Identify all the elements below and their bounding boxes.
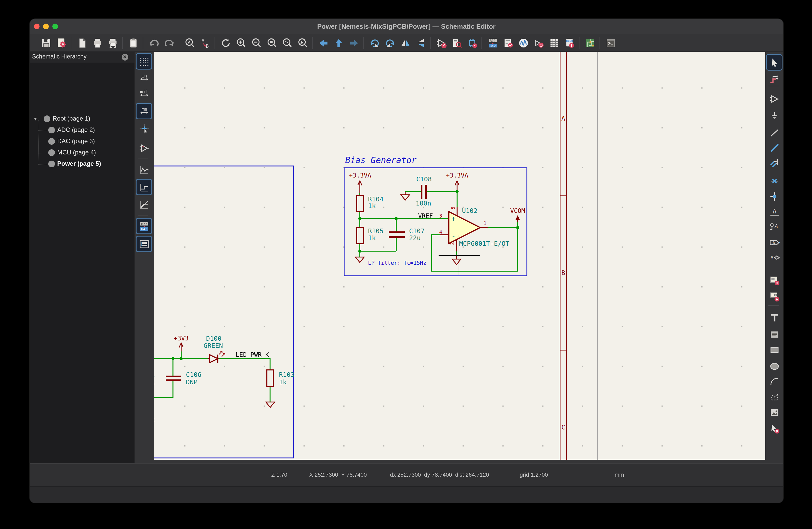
close-icon[interactable]: ✕: [121, 54, 128, 61]
svg-text:C106: C106: [186, 371, 201, 378]
toolbar-separator: [122, 37, 122, 49]
sheet-item-power[interactable]: Power (page 5): [30, 159, 134, 169]
undo-button[interactable]: [146, 36, 161, 50]
draw-arc-button[interactable]: [767, 374, 782, 389]
sheet-item-label: Root (page 1): [53, 115, 90, 122]
svg-text:MCP6001T-E/OT: MCP6001T-E/OT: [459, 240, 509, 247]
schematic-canvas[interactable]: A B C Bias Generator LP filter: fc=15Hz: [154, 52, 766, 460]
pcb-editor-button[interactable]: [582, 36, 598, 50]
svg-text:R??: R??: [489, 39, 495, 42]
svg-text:1k: 1k: [368, 202, 375, 210]
no-connect-button[interactable]: [767, 173, 782, 188]
save-button[interactable]: [38, 36, 54, 50]
bias-generator-title[interactable]: Bias Generator: [345, 155, 416, 165]
nav-up-button[interactable]: [331, 36, 346, 50]
sheet-item-root[interactable]: ▾Root (page 1): [30, 114, 134, 124]
tree-guide-line: [38, 130, 47, 131]
draw-polygon-button[interactable]: [767, 390, 782, 404]
net-label-button[interactable]: A: [767, 205, 782, 220]
sheet-item-dac[interactable]: DAC (page 3): [30, 136, 134, 147]
zoom-fit-button[interactable]: [264, 36, 279, 50]
grid-dots: [154, 52, 766, 460]
mirror-h-button[interactable]: [397, 36, 413, 50]
units-inches-button[interactable]: in: [136, 70, 151, 85]
left-toolbar: inmilmmR??R42: [134, 52, 154, 463]
junction-button[interactable]: [767, 189, 782, 204]
bom-button[interactable]: bom: [562, 36, 577, 50]
status-zoom: Z 1.70: [271, 472, 287, 478]
plot-button[interactable]: [105, 36, 120, 50]
status-grid: grid 1.2700: [520, 472, 548, 478]
titlebar: Power [Nemesis-MixSigPCB/Power] — Schema…: [30, 19, 783, 34]
netclass-directive-button[interactable]: A: [767, 219, 782, 234]
footprint-editor-button[interactable]: [464, 36, 480, 50]
print-button[interactable]: [90, 36, 105, 50]
place-text-button[interactable]: [767, 310, 782, 325]
chevron-down-icon[interactable]: ▾: [34, 116, 37, 122]
mirror-v-button[interactable]: [413, 36, 428, 50]
simulator-button[interactable]: [516, 36, 531, 50]
rotate-cw-button[interactable]: [382, 36, 397, 50]
bus-entry-button[interactable]: [767, 156, 782, 170]
refresh-button[interactable]: [218, 36, 233, 50]
fields-table-button[interactable]: [546, 36, 562, 50]
select-tool-button[interactable]: [767, 55, 782, 70]
hier-label-button[interactable]: A: [767, 250, 782, 265]
import-sheet-pin-button[interactable]: [767, 289, 782, 304]
place-textbox-button[interactable]: [767, 327, 782, 342]
find-button[interactable]: A: [182, 36, 197, 50]
hier-sheet-button[interactable]: [767, 273, 782, 288]
grid-toggle-button[interactable]: [136, 54, 151, 69]
hierarchy-navigator-button[interactable]: [136, 237, 151, 251]
page-setup-button[interactable]: [74, 36, 90, 50]
wire-45-button[interactable]: [136, 197, 151, 212]
lp-filter-note[interactable]: LP filter: fc=15Hz: [368, 260, 426, 266]
zoom-out-button[interactable]: [249, 36, 264, 50]
desktop: Power [Nemesis-MixSigPCB/Power] — Schema…: [0, 0, 812, 529]
delete-tool-button[interactable]: [767, 421, 782, 436]
hidden-pins-button[interactable]: [136, 141, 151, 156]
sheet-item-label: ADC (page 2): [57, 126, 95, 133]
terminal-button[interactable]: [603, 36, 618, 50]
rotate-ccw-button[interactable]: [367, 36, 382, 50]
highlight-net-button[interactable]: [767, 72, 782, 87]
sheet-item-mcu[interactable]: MCU (page 4): [30, 148, 134, 158]
net-label-vref[interactable]: VREF: [418, 212, 433, 220]
tree-guide-line: [38, 164, 47, 165]
wire-free-angle-button[interactable]: [136, 162, 151, 177]
crosshair-cursor-button[interactable]: [136, 121, 151, 136]
zoom-in-button[interactable]: [233, 36, 249, 50]
global-label-button[interactable]: A: [767, 235, 782, 250]
zoom-selection-button[interactable]: [295, 36, 310, 50]
draw-circle-button[interactable]: [767, 359, 782, 373]
symbol-editor-button[interactable]: [433, 36, 449, 50]
draw-wire-button[interactable]: [767, 125, 782, 140]
nav-back-button[interactable]: [315, 36, 331, 50]
sheet-item-adc[interactable]: ADC (page 2): [30, 125, 134, 135]
redo-button[interactable]: [161, 36, 177, 50]
annotate-button[interactable]: R??R42: [485, 36, 500, 50]
draw-bus-button[interactable]: [767, 140, 782, 155]
place-image-button[interactable]: [767, 405, 782, 420]
toolbar-separator: [214, 37, 215, 49]
place-symbol-button[interactable]: [767, 91, 782, 106]
nav-forward-button[interactable]: [346, 36, 362, 50]
erc-button[interactable]: [500, 36, 516, 50]
units-mm-button[interactable]: mm: [136, 104, 151, 119]
svg-text:1: 1: [483, 220, 486, 226]
svg-text:A: A: [772, 240, 775, 245]
annotate-auto-button[interactable]: R??R42: [136, 219, 151, 233]
sim-update-button[interactable]: [531, 36, 546, 50]
sheet-icon: [48, 138, 55, 145]
place-power-button[interactable]: [767, 108, 782, 123]
schematic-setup-button[interactable]: [54, 36, 69, 50]
zoom-objects-button[interactable]: [279, 36, 295, 50]
wire-hv-button[interactable]: [136, 180, 151, 194]
svg-text:+3.3VA: +3.3VA: [446, 172, 468, 179]
symbol-browser-button[interactable]: [449, 36, 464, 50]
draw-rect-button[interactable]: [767, 342, 782, 357]
find-replace-button[interactable]: AB: [197, 36, 213, 50]
net-label-led-pwr-k[interactable]: LED_PWR_K: [235, 351, 269, 358]
units-mils-button[interactable]: mil: [136, 86, 151, 101]
paste-button[interactable]: [126, 36, 141, 50]
